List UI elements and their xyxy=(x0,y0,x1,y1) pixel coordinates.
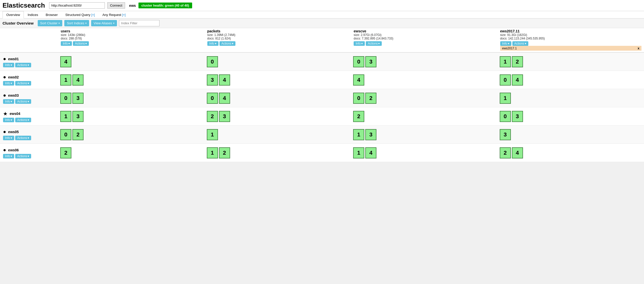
node-btns-ews05: Info ▾ Actions ▾ xyxy=(3,136,55,140)
ews06-ewscve-shards: 1 4 xyxy=(351,146,498,159)
tab-any-request[interactable]: Any Request [+] xyxy=(98,11,129,18)
ews04-actions-chevron: ▾ xyxy=(28,118,29,122)
ews02-actions-chevron: ▾ xyxy=(28,82,29,85)
index-col-packets: packets size: 1.39Mi (2.74Mi) docs: 812 … xyxy=(205,28,351,52)
shard-box: 3 xyxy=(365,129,376,140)
node-indicator-ews03: ● xyxy=(3,92,6,98)
toolbar-title: Cluster Overview xyxy=(3,21,34,25)
ews01-ewscve-shards: 0 3 xyxy=(351,55,498,68)
packets-info-button[interactable]: Info ▾ xyxy=(207,41,218,46)
node-row-ews05: ● ews05 Info ▾ Actions ▾ 0 2 1 1 3 3 xyxy=(0,126,644,144)
view-aliases-button[interactable]: View Aliases ▾ xyxy=(91,20,117,26)
tab-indices[interactable]: Indices xyxy=(24,11,42,18)
node-row-ews06: ● ews06 Info ▾ Actions ▾ 2 1 2 1 4 2 4 xyxy=(0,144,644,162)
ews04-actions-button[interactable]: Actions ▾ xyxy=(15,118,31,122)
node-btns-ews03: Info ▾ Actions ▾ xyxy=(3,99,55,104)
tab-overview[interactable]: Overview xyxy=(3,11,24,18)
ewscve-info-button[interactable]: Info ▾ xyxy=(354,41,365,46)
connect-button[interactable]: Connect xyxy=(107,2,125,9)
ews02-actions-button[interactable]: Actions ▾ xyxy=(15,81,31,86)
packets-actions-chevron: ▾ xyxy=(232,42,233,45)
alias-close-button[interactable]: x xyxy=(638,46,639,50)
shard-box: 0 xyxy=(60,93,71,104)
index-ews2017-docs: docs: 142.115.244 (345.535.955) xyxy=(500,37,642,40)
shard-box: 2 xyxy=(500,147,511,158)
shard-box: 4 xyxy=(512,147,523,158)
node-spacer xyxy=(0,28,58,52)
index-ews2017-name: ews2017.11 xyxy=(500,29,642,33)
structured-query-plus: [+] xyxy=(91,13,95,17)
shard-box: 2 xyxy=(207,111,218,122)
ews06-packets-shards: 1 2 xyxy=(205,146,351,159)
url-input[interactable] xyxy=(49,2,105,9)
index-packets-docs: docs: 812 (1.624) xyxy=(207,37,349,40)
shard-box: 4 xyxy=(60,56,71,67)
users-info-button[interactable]: Info ▾ xyxy=(61,41,72,46)
ews01-info-button[interactable]: Info ▾ xyxy=(3,63,14,67)
node-top-ews06: ● ews06 xyxy=(3,147,55,153)
ews06-users-shards: 2 xyxy=(58,146,205,159)
tab-structured-query[interactable]: Structured Query [+] xyxy=(62,11,98,18)
node-top-ews01: ● ews01 xyxy=(3,56,55,62)
node-shards-ews05: 0 2 1 1 3 3 xyxy=(58,128,644,141)
main-content: users size: 143ki (286ki) docs: 288 (578… xyxy=(0,28,644,162)
index-ewscve-name: ewscve xyxy=(354,29,495,33)
ews04-info-button[interactable]: Info ▾ xyxy=(3,118,14,122)
node-row-ews02: ● ews02 Info ▾ Actions ▾ 1 4 3 4 4 0 4 xyxy=(0,71,644,89)
node-info-ews04: ★ ews04 Info ▾ Actions ▾ xyxy=(0,109,58,124)
ews03-ews2017-shards: 1 xyxy=(498,92,644,105)
index-ews2017-size: size: 91.3Gi (182Gi) xyxy=(500,33,642,37)
ews02-packets-shards: 3 4 xyxy=(205,73,351,87)
ewscve-actions-button[interactable]: Actions ▾ xyxy=(366,41,382,46)
sort-indices-button[interactable]: Sort Indices ▾ xyxy=(64,20,89,26)
shard-box: 1 xyxy=(60,111,71,122)
view-aliases-label: View Aliases xyxy=(94,21,112,25)
shard-box: 4 xyxy=(219,74,230,86)
ews05-info-button[interactable]: Info ▾ xyxy=(3,136,14,140)
ews2017-actions-chevron: ▾ xyxy=(525,42,526,45)
ews03-users-shards: 0 3 xyxy=(58,92,205,105)
ews2017-info-button[interactable]: Info ▾ xyxy=(500,41,511,46)
ews02-ews2017-shards: 0 4 xyxy=(498,73,644,87)
shard-box: 1 xyxy=(500,93,511,104)
ews01-packets-shards: 0 xyxy=(205,55,351,68)
ews03-info-button[interactable]: Info ▾ xyxy=(3,99,14,104)
ews04-ews2017-shards: 0 3 xyxy=(498,110,644,123)
any-request-plus: [+] xyxy=(122,13,126,17)
node-top-ews03: ● ews03 xyxy=(3,92,55,98)
ews06-actions-chevron: ▾ xyxy=(28,154,29,158)
shard-box: 2 xyxy=(219,147,230,158)
node-indicator-ews01: ● xyxy=(3,56,6,62)
ews05-users-shards: 0 2 xyxy=(58,128,205,141)
ews06-info-button[interactable]: Info ▾ xyxy=(3,154,14,158)
packets-actions-button[interactable]: Actions ▾ xyxy=(219,41,235,46)
node-name-ews06: ews06 xyxy=(8,148,19,152)
index-packets-name: packets xyxy=(207,29,349,33)
ews01-info-chevron: ▾ xyxy=(11,63,12,67)
ews03-actions-button[interactable]: Actions ▾ xyxy=(15,99,31,104)
ews02-info-button[interactable]: Info ▾ xyxy=(3,81,14,86)
shard-box: 4 xyxy=(72,74,84,86)
users-info-chevron: ▾ xyxy=(68,42,70,45)
sort-indices-label: Sort Indices xyxy=(67,21,84,25)
ews01-actions-button[interactable]: Actions ▾ xyxy=(15,63,31,67)
users-actions-button[interactable]: Actions ▾ xyxy=(73,41,89,46)
index-ewscve-size: size: 2.97Gi (6.07Gi) xyxy=(354,33,495,37)
shard-box: 3 xyxy=(219,111,230,122)
node-top-ews05: ● ews05 xyxy=(3,129,55,135)
ews06-ews2017-shards: 2 4 xyxy=(498,146,644,159)
node-btns-ews02: Info ▾ Actions ▾ xyxy=(3,81,55,86)
sort-cluster-chevron: ▾ xyxy=(58,22,60,25)
ews2017-actions-button[interactable]: Actions ▾ xyxy=(512,41,528,46)
ews04-ewscve-shards: 2 xyxy=(351,110,498,123)
shard-box: 4 xyxy=(219,93,230,104)
ews05-actions-button[interactable]: Actions ▾ xyxy=(15,136,31,140)
sort-cluster-button[interactable]: Sort Cluster ▾ xyxy=(38,20,63,26)
index-filter-input[interactable] xyxy=(119,20,159,26)
node-row-ews03: ● ews03 Info ▾ Actions ▾ 0 3 0 4 0 2 1 xyxy=(0,89,644,107)
ews04-users-shards: 1 3 xyxy=(58,110,205,123)
ews06-actions-button[interactable]: Actions ▾ xyxy=(15,154,31,158)
node-shards-ews02: 1 4 3 4 4 0 4 xyxy=(58,73,644,87)
node-info-ews02: ● ews02 Info ▾ Actions ▾ xyxy=(0,72,58,88)
tab-browser[interactable]: Browser xyxy=(42,11,62,18)
